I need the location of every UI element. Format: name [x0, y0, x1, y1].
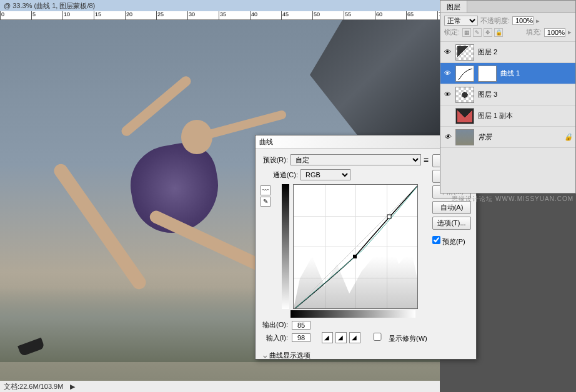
canvas-image-person — [19, 95, 281, 381]
dropdown-icon[interactable]: ▸ — [568, 28, 572, 36]
status-bar: 文档:22.6M/103.9M ▶ — [0, 381, 440, 392]
curve-point-tool-icon[interactable]: 〰 — [261, 185, 271, 195]
svg-rect-1 — [353, 255, 357, 258]
gray-point-eyedropper-icon[interactable] — [335, 332, 347, 343]
preset-select[interactable]: 自定 — [290, 154, 421, 165]
ruler-tick: 45 — [281, 11, 289, 20]
curve-pencil-tool-icon[interactable]: ✎ — [261, 197, 271, 207]
white-point-eyedropper-icon[interactable] — [349, 332, 360, 343]
layer-name[interactable]: 图层 3 — [478, 90, 573, 99]
lock-pixels-icon[interactable]: ✎ — [473, 28, 482, 37]
input-value-input[interactable] — [292, 333, 310, 342]
layer-thumbnail[interactable] — [455, 108, 474, 124]
layer-row[interactable]: 图层 1 副本 — [440, 105, 575, 127]
opacity-label: 不透明度: — [480, 16, 510, 26]
layer-name[interactable]: 曲线 1 — [500, 69, 573, 78]
disclosure-label: 曲线显示选项 — [269, 351, 310, 359]
black-point-eyedropper-icon[interactable] — [322, 332, 333, 343]
lock-all-icon[interactable]: 🔒 — [494, 28, 503, 37]
svg-rect-2 — [387, 215, 391, 218]
layer-row[interactable]: 👁 图层 2 — [440, 42, 575, 63]
ruler-tick: 25 — [156, 11, 164, 20]
layer-row[interactable]: 👁 曲线 1 — [440, 63, 575, 84]
layer-row[interactable]: 👁 背景 🔒 — [440, 127, 575, 148]
adjustment-thumbnail[interactable] — [455, 66, 474, 82]
curve-graph[interactable] — [293, 184, 418, 309]
doc-size: 文档:22.6M/103.9M — [4, 383, 63, 390]
lock-transparency-icon[interactable]: ▦ — [462, 28, 471, 37]
layer-name[interactable]: 图层 2 — [478, 47, 573, 57]
preview-checkbox[interactable] — [432, 236, 440, 244]
blend-mode-select[interactable]: 正常 — [444, 16, 478, 26]
chevron-right-icon: ⌵ — [263, 351, 267, 359]
layer-name[interactable]: 图层 1 副本 — [478, 111, 573, 120]
lock-label: 锁定: — [444, 27, 460, 37]
svg-line-0 — [294, 185, 417, 308]
layers-panel: 图层 正常 不透明度: ▸ 锁定: ▦ ✎ ✥ 🔒 填充: ▸ 👁 图层 2 — [440, 0, 576, 194]
preview-label: 预览(P) — [442, 238, 465, 245]
show-clipping-checkbox[interactable] — [368, 333, 387, 341]
visibility-eye-icon[interactable]: 👁 — [443, 48, 452, 57]
ruler-tick: 60 — [375, 11, 382, 20]
visibility-eye-icon[interactable]: 👁 — [443, 133, 452, 142]
ruler-tick: 35 — [219, 11, 226, 20]
layer-list: 👁 图层 2 👁 曲线 1 👁 图层 3 图层 1 副本 👁 背景 🔒 — [440, 42, 575, 148]
input-label: 输入(I): — [261, 333, 288, 343]
layer-row[interactable]: 👁 图层 3 — [440, 84, 575, 105]
visibility-hidden-icon[interactable] — [443, 112, 452, 120]
layers-tab[interactable]: 图层 — [440, 1, 467, 12]
input-gradient — [290, 310, 415, 318]
options-button[interactable]: 选项(T)... — [432, 217, 471, 230]
opacity-input[interactable] — [512, 16, 534, 25]
lock-icon: 🔒 — [564, 133, 573, 141]
visibility-eye-icon[interactable]: 👁 — [443, 69, 452, 78]
dropdown-icon[interactable]: ▸ — [536, 17, 540, 25]
ruler-tick: 50 — [312, 11, 320, 20]
ruler-tick: 5 — [31, 11, 36, 20]
ruler-horizontal: 0 5 10 15 20 25 30 35 40 45 50 55 60 65 … — [0, 11, 440, 20]
fill-label: 填充: — [526, 27, 542, 37]
channel-label: 通道(C): — [271, 170, 298, 180]
ruler-tick: 0 — [0, 11, 4, 20]
ruler-tick: 20 — [125, 11, 132, 20]
watermark: 思缘设计论坛 WWW.MISSYUAN.COM — [452, 195, 574, 203]
curve-display-options-disclosure[interactable]: ⌵ 曲线显示选项 — [261, 348, 429, 363]
layer-thumbnail[interactable] — [455, 129, 474, 145]
layer-thumbnail[interactable] — [455, 87, 474, 103]
layer-name[interactable]: 背景 — [478, 132, 560, 142]
ruler-tick: 40 — [250, 11, 257, 20]
layer-mask-thumbnail[interactable] — [478, 66, 497, 82]
lock-position-icon[interactable]: ✥ — [484, 28, 492, 37]
visibility-eye-icon[interactable]: 👁 — [443, 91, 452, 99]
preset-menu-icon[interactable]: ≡ — [424, 155, 429, 165]
ruler-tick: 30 — [187, 11, 195, 20]
ruler-tick: 65 — [406, 11, 414, 20]
output-value-input[interactable] — [292, 321, 310, 330]
fill-input[interactable] — [544, 28, 565, 37]
ruler-tick: 10 — [62, 11, 70, 20]
ruler-tick: 55 — [344, 11, 351, 20]
output-gradient — [282, 184, 289, 309]
layer-thumbnail[interactable] — [455, 44, 474, 61]
output-label: 输出(O): — [261, 320, 288, 330]
curve-line — [294, 185, 417, 308]
preset-label: 预设(R): — [261, 155, 288, 165]
channel-select[interactable]: RGB — [300, 169, 350, 180]
show-clipping-label: 显示修剪(W) — [389, 335, 427, 342]
dialog-title: 曲线 — [259, 137, 273, 147]
ruler-tick: 15 — [94, 11, 101, 20]
